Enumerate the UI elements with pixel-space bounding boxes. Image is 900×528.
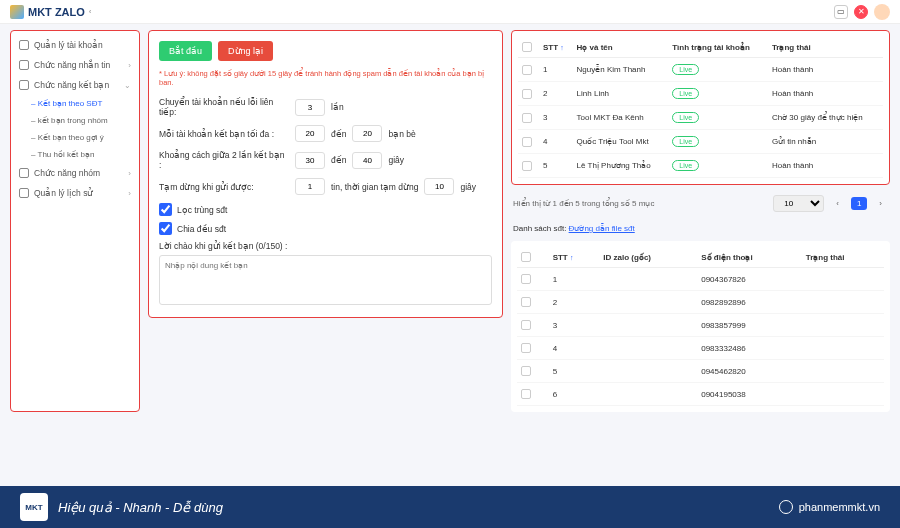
sort-icon[interactable]: ↑ xyxy=(570,254,574,261)
nav-friends[interactable]: Chức năng kết bạn⌄ xyxy=(11,75,139,95)
close-icon[interactable]: ✕ xyxy=(854,5,868,19)
switch-account-label: Chuyển tài khoản nếu lỗi liên tiếp: xyxy=(159,97,289,117)
chevron-right-icon: › xyxy=(128,169,131,178)
phones-table: STT ↑ ID zalo (gốc) Số điện thoại Trạng … xyxy=(517,247,884,406)
table-row[interactable]: 1Nguyễn Kim ThanhLiveHoàn thành xyxy=(518,58,883,82)
table-row[interactable]: 30983857999 xyxy=(517,314,884,337)
sub-friend-group[interactable]: – kết bạn trong nhóm xyxy=(11,112,139,129)
status-badge: Live xyxy=(672,88,699,99)
row-checkbox[interactable] xyxy=(521,274,531,284)
status-badge: Live xyxy=(672,64,699,75)
sub-friend-recall[interactable]: – Thu hồi kết bạn xyxy=(11,146,139,163)
status-badge: Live xyxy=(672,136,699,147)
accounts-table-panel: STT ↑ Họ và tên Tình trạng tài khoản Trạ… xyxy=(511,30,890,185)
sort-icon[interactable]: ↑ xyxy=(560,44,564,51)
row-checkbox[interactable] xyxy=(521,366,531,376)
row-checkbox[interactable] xyxy=(522,113,532,123)
accounts-table: STT ↑ Họ và tên Tình trạng tài khoản Trạ… xyxy=(518,37,883,178)
table-row[interactable]: 10904367826 xyxy=(517,268,884,291)
status-badge: Live xyxy=(672,160,699,171)
greeting-label: Lời chào khi gửi kết bạn (0/150) : xyxy=(159,241,492,251)
max-friends-min-input[interactable] xyxy=(295,125,325,142)
topbar: MKT ZALO ‹ ▭ ✕ xyxy=(0,0,900,24)
switch-account-input[interactable] xyxy=(295,99,325,116)
pagination: Hiển thị từ 1 đến 5 trong tổng số 5 mục … xyxy=(511,191,890,216)
row-checkbox[interactable] xyxy=(522,65,532,75)
filter-dup-checkbox[interactable] xyxy=(159,203,172,216)
phones-table-panel: STT ↑ ID zalo (gốc) Số điện thoại Trạng … xyxy=(511,241,890,412)
row-checkbox[interactable] xyxy=(521,343,531,353)
config-panel: Bắt đầu Dừng lại * Lưu ý: không đặt số g… xyxy=(148,30,503,318)
row-checkbox[interactable] xyxy=(521,320,531,330)
row-checkbox[interactable] xyxy=(522,89,532,99)
greeting-textarea[interactable] xyxy=(159,255,492,305)
table-row[interactable]: 40983332486 xyxy=(517,337,884,360)
warning-text: * Lưu ý: không đặt số giây dưới 15 giây … xyxy=(159,69,492,87)
stop-button[interactable]: Dừng lại xyxy=(218,41,273,61)
groups-icon xyxy=(19,168,29,178)
logo-icon xyxy=(10,5,24,19)
row-checkbox[interactable] xyxy=(522,161,532,171)
friends-icon xyxy=(19,80,29,90)
interval-label: Khoảng cách giữa 2 lần kết bạn : xyxy=(159,150,289,170)
page-1-button[interactable]: 1 xyxy=(851,197,867,210)
row-checkbox[interactable] xyxy=(522,137,532,147)
history-icon xyxy=(19,188,29,198)
sidebar: Quản lý tài khoản Chức năng nhắn tin› Ch… xyxy=(10,30,140,412)
accounts-icon xyxy=(19,40,29,50)
max-friends-max-input[interactable] xyxy=(352,125,382,142)
phone-file-row: Danh sách sđt: Đường dẫn file sđt xyxy=(511,222,890,235)
interval-max-input[interactable] xyxy=(352,152,382,169)
phone-file-link[interactable]: Đường dẫn file sđt xyxy=(569,224,635,233)
pagination-info: Hiển thị từ 1 đến 5 trong tổng số 5 mục xyxy=(513,199,654,208)
nav-history[interactable]: Quản lý lịch sử› xyxy=(11,183,139,203)
table-row[interactable]: 5Lê Thị Phương ThảoLiveHoàn thành xyxy=(518,154,883,178)
brand-text: MKT ZALO xyxy=(28,6,85,18)
table-row[interactable]: 2Linh LinhLiveHoàn thành xyxy=(518,82,883,106)
chevron-right-icon: › xyxy=(128,61,131,70)
table-row[interactable]: 50945462820 xyxy=(517,360,884,383)
interval-min-input[interactable] xyxy=(295,152,325,169)
collapse-icon[interactable]: ‹ xyxy=(89,7,92,16)
brand-logo: MKT ZALO ‹ xyxy=(10,5,92,19)
monitor-icon[interactable]: ▭ xyxy=(834,5,848,19)
select-all-phones-checkbox[interactable] xyxy=(521,252,531,262)
pause-label: Tạm dừng khi gửi được: xyxy=(159,182,289,192)
start-button[interactable]: Bắt đầu xyxy=(159,41,212,61)
max-friends-label: Mỗi tài khoản kết bạn tối đa : xyxy=(159,129,289,139)
table-row[interactable]: 20982892896 xyxy=(517,291,884,314)
chevron-right-icon: › xyxy=(128,189,131,198)
table-row[interactable]: 60904195038 xyxy=(517,383,884,406)
split-phone-checkbox[interactable] xyxy=(159,222,172,235)
select-all-checkbox[interactable] xyxy=(522,42,532,52)
row-checkbox[interactable] xyxy=(521,389,531,399)
pause-duration-input[interactable] xyxy=(424,178,454,195)
sub-friend-phone[interactable]: – Kết bạn theo SĐT xyxy=(11,95,139,112)
prev-page-button[interactable]: ‹ xyxy=(830,197,845,210)
topbar-right: ▭ ✕ xyxy=(834,4,890,20)
row-checkbox[interactable] xyxy=(521,297,531,307)
message-icon xyxy=(19,60,29,70)
chevron-down-icon: ⌄ xyxy=(124,81,131,90)
avatar[interactable] xyxy=(874,4,890,20)
page-size-select[interactable]: 10 xyxy=(773,195,824,212)
table-row[interactable]: 3Tool MKT Đa KênhLiveChờ 30 giây để thực… xyxy=(518,106,883,130)
sub-friend-suggest[interactable]: – Kết bạn theo gợi ý xyxy=(11,129,139,146)
nav-groups[interactable]: Chức năng nhóm› xyxy=(11,163,139,183)
pause-count-input[interactable] xyxy=(295,178,325,195)
nav-messaging[interactable]: Chức năng nhắn tin› xyxy=(11,55,139,75)
nav-accounts[interactable]: Quản lý tài khoản xyxy=(11,35,139,55)
table-row[interactable]: 4Quốc Triệu Tool MktLiveGửi tin nhắn xyxy=(518,130,883,154)
status-badge: Live xyxy=(672,112,699,123)
next-page-button[interactable]: › xyxy=(873,197,888,210)
